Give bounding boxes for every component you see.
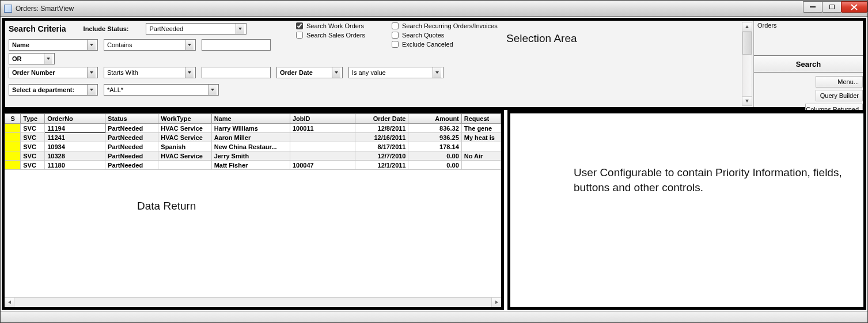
chevron-down-icon — [87, 40, 96, 50]
menu-button[interactable]: Menu... — [816, 76, 863, 88]
cell-date: 12/1/2011 — [355, 161, 408, 170]
data-return-label: Data Return — [137, 200, 196, 212]
chevron-down-icon — [208, 85, 217, 95]
status-swatch — [5, 142, 21, 151]
cell-amount: 0.00 — [408, 151, 461, 161]
cell-type: SVC — [21, 161, 45, 170]
cell-orderno: 10934 — [45, 142, 105, 151]
selection-area-label: Selection Area — [506, 32, 577, 45]
cell-request — [461, 161, 501, 170]
actions-pane: Orders Search Menu... Query Builder Colu… — [753, 21, 863, 107]
detail-placeholder-text: User Configurable to contain Priority In… — [574, 165, 846, 195]
col-orderdate[interactable]: Order Date — [355, 114, 408, 124]
cell-orderno: 11180 — [45, 161, 105, 170]
check-exclude-canceled[interactable]: Exclude Canceled — [392, 41, 518, 48]
criteria-scrollbar[interactable] — [742, 22, 752, 106]
cell-date: 12/16/2011 — [355, 133, 408, 142]
col-worktype[interactable]: WorkType — [158, 114, 211, 124]
cell-request: The gene — [461, 124, 501, 133]
cell-type: SVC — [21, 133, 45, 142]
window-title: Orders: SmartView — [16, 5, 74, 13]
field2-combo[interactable]: Order Number — [9, 67, 98, 78]
cell-orderno: 10328 — [45, 151, 105, 161]
department-label-combo[interactable]: Select a department: — [9, 84, 98, 96]
field1-combo[interactable]: Name — [9, 39, 98, 51]
cell-jobid: 100047 — [290, 161, 355, 170]
cell-jobid: 100011 — [290, 124, 355, 133]
table-row[interactable]: SVC11180PartNeededMatt Fisher10004712/1/… — [5, 161, 501, 170]
cell-worktype: HVAC Service — [158, 124, 211, 133]
date-op-combo[interactable]: Is any value — [348, 67, 444, 78]
col-jobid[interactable]: JobID — [290, 114, 355, 124]
chevron-down-icon — [44, 54, 52, 64]
results-table[interactable]: S Type OrderNo Status WorkType Name JobI… — [5, 113, 501, 170]
col-amount[interactable]: Amount — [408, 114, 461, 124]
cell-worktype: HVAC Service — [158, 151, 211, 161]
cell-name: New China Restaur... — [211, 142, 290, 151]
search-criteria-title: Search Criteria — [9, 24, 66, 33]
match1-combo[interactable]: Contains — [104, 39, 196, 51]
cell-worktype: Spanish — [158, 142, 211, 151]
cell-jobid — [290, 151, 355, 161]
cell-name: Matt Fisher — [211, 161, 290, 170]
table-row[interactable]: SVC11241PartNeededHVAC ServiceAaron Mill… — [5, 133, 501, 142]
cell-date: 8/17/2011 — [355, 142, 408, 151]
include-status-label: Include Status: — [84, 25, 129, 32]
table-row[interactable]: SVC10934PartNeededSpanishNew China Resta… — [5, 142, 501, 151]
cell-worktype — [158, 161, 211, 170]
col-orderno[interactable]: OrderNo — [45, 114, 105, 124]
search-criteria-panel: Search Criteria Include Status: PartNeed… — [5, 21, 753, 107]
table-row[interactable]: SVC10328PartNeededHVAC ServiceJerry Smit… — [5, 151, 501, 161]
close-button[interactable] — [841, 1, 867, 13]
check-sales-orders[interactable]: Search Sales Orders — [296, 32, 388, 39]
col-s[interactable]: S — [5, 114, 21, 124]
orders-label: Orders — [757, 22, 777, 29]
match2-combo[interactable]: Starts With — [104, 67, 196, 78]
cell-request: My heat is — [461, 133, 501, 142]
department-combo[interactable]: *ALL* — [104, 84, 219, 96]
col-request[interactable]: Request — [461, 114, 501, 124]
check-recurring[interactable]: Search Recurring Orders/Invoices — [392, 22, 518, 29]
check-work-orders[interactable]: Search Work Orders — [296, 22, 388, 29]
minimize-button[interactable] — [803, 1, 822, 13]
status-swatch — [5, 133, 21, 142]
cell-amount: 936.25 — [408, 133, 461, 142]
titlebar: Orders: SmartView — [1, 1, 867, 17]
results-panel: S Type OrderNo Status WorkType Name JobI… — [2, 110, 504, 310]
cell-status: PartNeeded — [105, 151, 158, 161]
status-bar — [1, 311, 867, 322]
chevron-down-icon — [236, 24, 244, 34]
cell-name: Jerry Smith — [211, 151, 290, 161]
chevron-down-icon — [87, 67, 96, 78]
value1-input[interactable] — [202, 39, 271, 51]
chevron-down-icon — [185, 40, 194, 50]
col-type[interactable]: Type — [21, 114, 45, 124]
cell-type: SVC — [21, 142, 45, 151]
cell-date: 12/7/2010 — [355, 151, 408, 161]
check-quotes[interactable]: Search Quotes — [392, 32, 518, 39]
value2-input[interactable] — [202, 67, 271, 78]
include-status-combo[interactable]: PartNeeded — [146, 23, 247, 35]
logic-combo[interactable]: OR — [9, 53, 55, 64]
cell-orderno: 11194 — [45, 124, 105, 133]
search-button[interactable]: Search — [754, 55, 863, 73]
search-options: Search Work Orders Search Recurring Orde… — [296, 22, 518, 48]
table-row[interactable]: SVC11194PartNeededHVAC ServiceHarry Will… — [5, 124, 501, 133]
query-builder-button[interactable]: Query Builder — [816, 90, 863, 101]
cell-orderno: 11241 — [45, 133, 105, 142]
col-status[interactable]: Status — [105, 114, 158, 124]
col-name[interactable]: Name — [211, 114, 290, 124]
results-hscroll[interactable] — [5, 297, 501, 307]
app-icon — [4, 5, 12, 13]
chevron-down-icon — [185, 67, 194, 78]
cell-request — [461, 142, 501, 151]
cell-request: No Air — [461, 151, 501, 161]
cell-jobid — [290, 142, 355, 151]
maximize-button[interactable] — [822, 1, 842, 13]
status-swatch — [5, 124, 21, 133]
date-field-combo[interactable]: Order Date — [276, 67, 343, 78]
chevron-down-icon — [87, 85, 96, 95]
cell-jobid — [290, 133, 355, 142]
cell-name: Aaron Miller — [211, 133, 290, 142]
detail-panel: User Configurable to contain Priority In… — [507, 110, 866, 310]
